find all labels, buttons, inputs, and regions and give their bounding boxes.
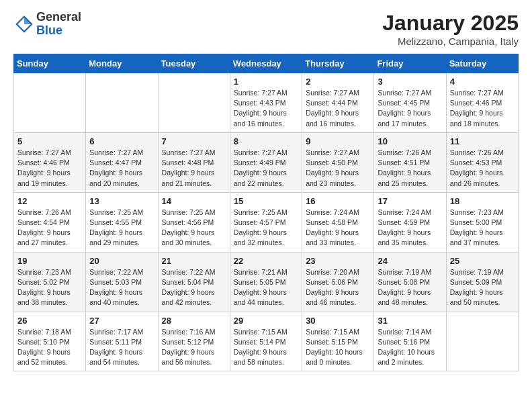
day-number: 31: [378, 316, 442, 326]
weekday-header-sunday: Sunday: [14, 54, 86, 73]
weekday-header-row: SundayMondayTuesdayWednesdayThursdayFrid…: [14, 54, 519, 73]
day-cell: 3Sunrise: 7:27 AM Sunset: 4:45 PM Daylig…: [374, 73, 446, 133]
day-cell: 9Sunrise: 7:27 AM Sunset: 4:50 PM Daylig…: [302, 132, 374, 192]
day-number: 22: [234, 256, 298, 266]
calendar-table: SundayMondayTuesdayWednesdayThursdayFrid…: [13, 54, 519, 371]
day-info: Sunrise: 7:22 AM Sunset: 5:04 PM Dayligh…: [162, 267, 226, 308]
day-number: 6: [89, 136, 154, 146]
day-info: Sunrise: 7:22 AM Sunset: 5:03 PM Dayligh…: [89, 267, 154, 308]
day-info: Sunrise: 7:16 AM Sunset: 5:12 PM Dayligh…: [162, 327, 226, 368]
day-cell: 2Sunrise: 7:27 AM Sunset: 4:44 PM Daylig…: [302, 73, 374, 133]
day-info: Sunrise: 7:24 AM Sunset: 4:58 PM Dayligh…: [306, 208, 370, 248]
day-number: 10: [378, 136, 442, 146]
header: General Blue January 2025 Melizzano, Cam…: [13, 11, 519, 47]
day-cell: 27Sunrise: 7:17 AM Sunset: 5:11 PM Dayli…: [86, 312, 158, 371]
day-number: 26: [17, 316, 82, 326]
day-cell: 5Sunrise: 7:27 AM Sunset: 4:46 PM Daylig…: [14, 132, 86, 192]
day-number: 18: [450, 196, 515, 206]
week-row-3: 12Sunrise: 7:26 AM Sunset: 4:54 PM Dayli…: [14, 192, 519, 252]
day-number: 1: [234, 77, 298, 87]
day-cell: 1Sunrise: 7:27 AM Sunset: 4:43 PM Daylig…: [230, 73, 302, 133]
day-number: 19: [17, 256, 82, 266]
weekday-header-monday: Monday: [86, 54, 158, 73]
day-number: 24: [378, 256, 442, 266]
weekday-header-friday: Friday: [374, 54, 446, 73]
day-cell: 21Sunrise: 7:22 AM Sunset: 5:04 PM Dayli…: [158, 252, 230, 312]
day-info: Sunrise: 7:27 AM Sunset: 4:47 PM Dayligh…: [89, 148, 154, 189]
day-info: Sunrise: 7:25 AM Sunset: 4:57 PM Dayligh…: [234, 208, 298, 248]
day-cell: 11Sunrise: 7:26 AM Sunset: 4:53 PM Dayli…: [446, 132, 518, 192]
day-cell: 10Sunrise: 7:26 AM Sunset: 4:51 PM Dayli…: [374, 132, 446, 192]
day-number: 28: [162, 316, 226, 326]
logo-icon: [15, 15, 34, 34]
day-number: 4: [450, 77, 515, 87]
day-number: 20: [89, 256, 154, 266]
day-info: Sunrise: 7:27 AM Sunset: 4:43 PM Dayligh…: [234, 88, 298, 129]
day-number: 23: [306, 256, 370, 266]
day-info: Sunrise: 7:27 AM Sunset: 4:45 PM Dayligh…: [378, 88, 442, 129]
day-info: Sunrise: 7:24 AM Sunset: 4:59 PM Dayligh…: [378, 208, 442, 248]
day-info: Sunrise: 7:15 AM Sunset: 5:15 PM Dayligh…: [306, 327, 370, 368]
day-info: Sunrise: 7:17 AM Sunset: 5:11 PM Dayligh…: [89, 327, 154, 368]
day-cell: 30Sunrise: 7:15 AM Sunset: 5:15 PM Dayli…: [302, 312, 374, 371]
weekday-header-saturday: Saturday: [446, 54, 518, 73]
day-number: 11: [450, 136, 515, 146]
day-cell: 26Sunrise: 7:18 AM Sunset: 5:10 PM Dayli…: [14, 312, 86, 371]
day-cell: 14Sunrise: 7:25 AM Sunset: 4:56 PM Dayli…: [158, 192, 230, 252]
day-info: Sunrise: 7:20 AM Sunset: 5:06 PM Dayligh…: [306, 267, 370, 308]
day-cell: 19Sunrise: 7:23 AM Sunset: 5:02 PM Dayli…: [14, 252, 86, 312]
day-number: 14: [162, 196, 226, 206]
day-cell: 18Sunrise: 7:23 AM Sunset: 5:00 PM Dayli…: [446, 192, 518, 252]
day-number: 5: [17, 136, 82, 146]
day-cell: 24Sunrise: 7:19 AM Sunset: 5:08 PM Dayli…: [374, 252, 446, 312]
day-cell: [86, 73, 158, 133]
page: General Blue January 2025 Melizzano, Cam…: [0, 0, 532, 382]
day-cell: 31Sunrise: 7:14 AM Sunset: 5:16 PM Dayli…: [374, 312, 446, 371]
day-info: Sunrise: 7:27 AM Sunset: 4:44 PM Dayligh…: [306, 88, 370, 129]
week-row-1: 1Sunrise: 7:27 AM Sunset: 4:43 PM Daylig…: [14, 73, 519, 133]
logo-blue-text: Blue: [36, 24, 62, 37]
day-number: 7: [162, 136, 226, 146]
day-cell: 28Sunrise: 7:16 AM Sunset: 5:12 PM Dayli…: [158, 312, 230, 371]
day-info: Sunrise: 7:25 AM Sunset: 4:56 PM Dayligh…: [162, 208, 226, 248]
day-info: Sunrise: 7:26 AM Sunset: 4:53 PM Dayligh…: [450, 148, 515, 189]
day-cell: 13Sunrise: 7:25 AM Sunset: 4:55 PM Dayli…: [86, 192, 158, 252]
day-cell: 8Sunrise: 7:27 AM Sunset: 4:49 PM Daylig…: [230, 132, 302, 192]
day-info: Sunrise: 7:15 AM Sunset: 5:14 PM Dayligh…: [234, 327, 298, 368]
month-title: January 2025: [382, 11, 519, 36]
week-row-2: 5Sunrise: 7:27 AM Sunset: 4:46 PM Daylig…: [14, 132, 519, 192]
day-cell: 16Sunrise: 7:24 AM Sunset: 4:58 PM Dayli…: [302, 192, 374, 252]
day-info: Sunrise: 7:26 AM Sunset: 4:51 PM Dayligh…: [378, 148, 442, 189]
day-info: Sunrise: 7:27 AM Sunset: 4:46 PM Dayligh…: [17, 148, 82, 189]
day-number: 27: [89, 316, 154, 326]
day-number: 15: [234, 196, 298, 206]
day-cell: 20Sunrise: 7:22 AM Sunset: 5:03 PM Dayli…: [86, 252, 158, 312]
day-info: Sunrise: 7:21 AM Sunset: 5:05 PM Dayligh…: [234, 267, 298, 308]
day-number: 17: [378, 196, 442, 206]
day-info: Sunrise: 7:27 AM Sunset: 4:49 PM Dayligh…: [234, 148, 298, 189]
day-cell: 23Sunrise: 7:20 AM Sunset: 5:06 PM Dayli…: [302, 252, 374, 312]
day-number: 25: [450, 256, 515, 266]
day-cell: 25Sunrise: 7:19 AM Sunset: 5:09 PM Dayli…: [446, 252, 518, 312]
day-number: 9: [306, 136, 370, 146]
day-number: 2: [306, 77, 370, 87]
weekday-header-tuesday: Tuesday: [158, 54, 230, 73]
day-cell: [14, 73, 86, 133]
day-number: 8: [234, 136, 298, 146]
day-info: Sunrise: 7:19 AM Sunset: 5:09 PM Dayligh…: [450, 267, 515, 308]
day-info: Sunrise: 7:27 AM Sunset: 4:46 PM Dayligh…: [450, 88, 515, 129]
day-info: Sunrise: 7:19 AM Sunset: 5:08 PM Dayligh…: [378, 267, 442, 308]
day-info: Sunrise: 7:23 AM Sunset: 5:02 PM Dayligh…: [17, 267, 82, 308]
day-info: Sunrise: 7:14 AM Sunset: 5:16 PM Dayligh…: [378, 327, 442, 368]
day-cell: 6Sunrise: 7:27 AM Sunset: 4:47 PM Daylig…: [86, 132, 158, 192]
day-cell: 17Sunrise: 7:24 AM Sunset: 4:59 PM Dayli…: [374, 192, 446, 252]
day-cell: [158, 73, 230, 133]
weekday-header-wednesday: Wednesday: [230, 54, 302, 73]
logo: General Blue: [13, 11, 81, 38]
day-cell: 29Sunrise: 7:15 AM Sunset: 5:14 PM Dayli…: [230, 312, 302, 371]
day-info: Sunrise: 7:27 AM Sunset: 4:50 PM Dayligh…: [306, 148, 370, 189]
day-cell: 12Sunrise: 7:26 AM Sunset: 4:54 PM Dayli…: [14, 192, 86, 252]
day-number: 30: [306, 316, 370, 326]
day-info: Sunrise: 7:23 AM Sunset: 5:00 PM Dayligh…: [450, 208, 515, 248]
day-cell: 15Sunrise: 7:25 AM Sunset: 4:57 PM Dayli…: [230, 192, 302, 252]
